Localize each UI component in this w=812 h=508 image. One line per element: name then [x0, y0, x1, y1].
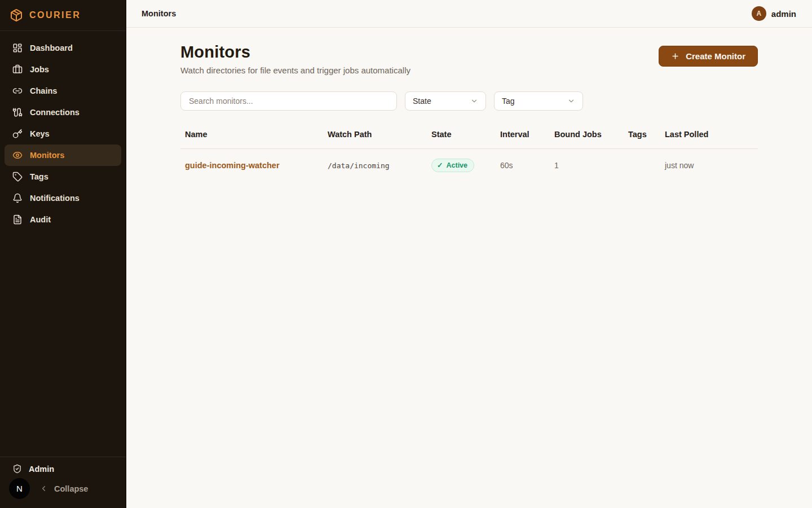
- sidebar-item-label: Jobs: [30, 65, 49, 74]
- page-title-block: Monitors Watch directories for file even…: [180, 43, 411, 75]
- sidebar-item-label: Chains: [30, 86, 57, 95]
- sidebar-footer: Admin N Collapse: [0, 457, 126, 508]
- key-icon: [12, 129, 23, 139]
- chevron-left-icon: [39, 484, 48, 493]
- column-header-state: State: [427, 124, 496, 149]
- sidebar-item-label: Notifications: [30, 194, 80, 203]
- column-header-tags: Tags: [624, 124, 660, 149]
- collapse-sidebar-button[interactable]: Collapse: [39, 484, 88, 493]
- search-input[interactable]: [180, 91, 397, 111]
- sidebar-item-chains[interactable]: Chains: [5, 80, 121, 102]
- page-header: Monitors Watch directories for file even…: [180, 43, 758, 75]
- state-filter-label: State: [413, 97, 431, 106]
- filters-bar: State Tag: [180, 91, 758, 111]
- avatar[interactable]: N: [9, 478, 30, 499]
- sidebar-item-tags[interactable]: Tags: [5, 166, 121, 187]
- column-header-watch-path: Watch Path: [323, 124, 427, 149]
- sidebar-nav: Dashboard Jobs Chains Connections Keys M…: [0, 31, 126, 457]
- table-row[interactable]: guide-incoming-watcher /data/incoming ✓ …: [180, 149, 758, 182]
- check-icon: ✓: [437, 161, 443, 169]
- column-header-last-polled: Last Polled: [660, 124, 758, 149]
- topbar: Monitors A admin: [126, 0, 812, 28]
- link-icon: [12, 86, 23, 96]
- eye-icon: [12, 150, 23, 160]
- monitor-last-polled: just now: [665, 161, 694, 170]
- sidebar-item-connections[interactable]: Connections: [5, 102, 121, 123]
- sidebar-item-label: Tags: [30, 172, 48, 181]
- user-role: Admin: [9, 464, 117, 474]
- tag-icon: [12, 172, 23, 182]
- table-header-row: Name Watch Path State Interval Bound Job…: [180, 124, 758, 149]
- user-menu[interactable]: A admin: [752, 6, 796, 21]
- sidebar-item-label: Dashboard: [30, 43, 73, 52]
- monitor-watch-path: /data/incoming: [328, 161, 390, 170]
- sidebar-item-notifications[interactable]: Notifications: [5, 187, 121, 209]
- breadcrumb: Monitors: [142, 9, 176, 18]
- avatar: A: [752, 6, 766, 21]
- file-text-icon: [12, 214, 23, 225]
- tag-filter-label: Tag: [502, 97, 515, 106]
- status-badge-label: Active: [446, 161, 467, 169]
- sidebar-item-jobs[interactable]: Jobs: [5, 59, 121, 80]
- tag-filter-select[interactable]: Tag: [494, 91, 583, 111]
- plus-icon: [671, 52, 679, 60]
- page-subtitle: Watch directories for file events and tr…: [180, 65, 411, 75]
- app-root: COURIER Dashboard Jobs Chains Connection…: [0, 0, 812, 508]
- sidebar-item-keys[interactable]: Keys: [5, 123, 121, 144]
- monitor-interval: 60s: [500, 161, 513, 170]
- sidebar-item-label: Keys: [30, 129, 50, 138]
- user-role-label: Admin: [29, 465, 54, 474]
- sidebar-item-label: Audit: [30, 215, 51, 224]
- sidebar-item-label: Connections: [30, 108, 80, 117]
- cable-icon: [12, 107, 23, 117]
- brand-name: COURIER: [29, 10, 81, 20]
- status-badge: ✓ Active: [431, 159, 474, 172]
- sidebar-item-dashboard[interactable]: Dashboard: [5, 37, 121, 59]
- shield-check-icon: [12, 464, 22, 474]
- username: admin: [771, 9, 796, 19]
- sidebar-user-row: N Collapse: [9, 478, 117, 499]
- monitors-table: Name Watch Path State Interval Bound Job…: [180, 124, 758, 182]
- bell-icon: [12, 193, 23, 203]
- main-area: Monitors A admin Monitors Watch director…: [126, 0, 812, 508]
- dashboard-grid-icon: [12, 43, 23, 53]
- sidebar: COURIER Dashboard Jobs Chains Connection…: [0, 0, 126, 508]
- column-header-interval: Interval: [496, 124, 550, 149]
- app-logo: COURIER: [0, 0, 126, 31]
- state-filter-select[interactable]: State: [405, 91, 486, 111]
- column-header-bound-jobs: Bound Jobs: [550, 124, 624, 149]
- column-header-name: Name: [180, 124, 323, 149]
- page-title: Monitors: [180, 43, 411, 62]
- briefcase-icon: [12, 64, 23, 75]
- sidebar-item-label: Monitors: [30, 151, 64, 160]
- package-icon: [10, 8, 23, 22]
- create-monitor-label: Create Monitor: [686, 51, 745, 61]
- monitors-page: Monitors Watch directories for file even…: [126, 28, 812, 182]
- chevron-down-icon: [567, 97, 575, 105]
- sidebar-item-monitors[interactable]: Monitors: [5, 144, 121, 166]
- collapse-label: Collapse: [54, 484, 88, 493]
- create-monitor-button[interactable]: Create Monitor: [659, 46, 758, 67]
- monitor-name-link[interactable]: guide-incoming-watcher: [185, 161, 280, 170]
- monitor-bound-jobs: 1: [554, 161, 559, 170]
- sidebar-item-audit[interactable]: Audit: [5, 209, 121, 230]
- chevron-down-icon: [470, 97, 478, 105]
